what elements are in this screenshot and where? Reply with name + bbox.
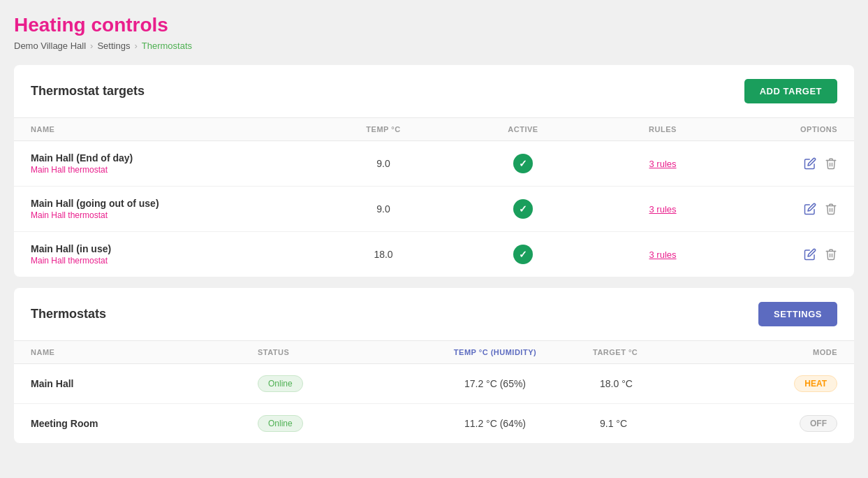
row-name-cell: Main Hall (End of day) Main Hall thermos…: [31, 152, 314, 175]
row-temp: 9.0: [314, 158, 453, 169]
delete-button[interactable]: [825, 203, 837, 215]
thermostats-card-title: Thermostats: [31, 307, 106, 321]
temp-humidity: 11.2 °C (64%): [397, 418, 593, 429]
col-mode: MODE: [733, 348, 837, 356]
row-active: [453, 245, 593, 264]
status-cell: Online: [258, 375, 397, 392]
table-row: Main Hall (going out of use) Main Hall t…: [14, 187, 854, 232]
settings-button[interactable]: SETTINGS: [758, 302, 837, 326]
row-active: [453, 154, 593, 173]
row-name-cell: Main Hall (in use) Main Hall thermostat: [31, 243, 314, 266]
thermostats-card-header: Thermostats SETTINGS: [14, 288, 854, 341]
col-options: OPTIONS: [733, 125, 837, 133]
table-row: Main Hall Online 17.2 °C (65%) 18.0 °C H…: [14, 364, 854, 404]
breadcrumb-settings[interactable]: Settings: [97, 41, 130, 51]
thermostat-name: Main Hall: [31, 378, 258, 389]
targets-card-title: Thermostat targets: [31, 84, 145, 99]
col-target: TARGET °C: [593, 348, 733, 356]
col-name: NAME: [31, 348, 258, 356]
edit-button[interactable]: [804, 248, 816, 261]
row-rules[interactable]: 3 rules: [593, 204, 733, 215]
breadcrumb-sep-1: ›: [90, 41, 93, 51]
target-temp: 18.0 °C: [593, 378, 733, 389]
edit-button[interactable]: [804, 203, 816, 215]
row-name: Main Hall (in use): [31, 243, 314, 254]
breadcrumb-home[interactable]: Demo Village Hall: [14, 41, 86, 51]
col-status: STATUS: [258, 348, 397, 356]
table-row: Meeting Room Online 11.2 °C (64%) 9.1 °C…: [14, 404, 854, 443]
col-name: NAME: [31, 125, 314, 133]
thermostat-name: Meeting Room: [31, 418, 258, 429]
row-options: [733, 248, 837, 261]
breadcrumb-current: Thermostats: [142, 41, 192, 51]
breadcrumb-sep-2: ›: [134, 41, 137, 51]
row-active: [453, 199, 593, 219]
check-circle: [513, 154, 533, 173]
page-title: Heating controls: [14, 14, 854, 36]
col-temp: TEMP °C: [314, 125, 453, 133]
row-subtitle: Main Hall thermostat: [31, 165, 314, 175]
breadcrumb: Demo Village Hall › Settings › Thermosta…: [14, 41, 854, 51]
row-name: Main Hall (going out of use): [31, 198, 314, 209]
delete-button[interactable]: [825, 157, 837, 170]
add-target-button[interactable]: ADD TARGET: [744, 79, 837, 103]
row-rules[interactable]: 3 rules: [593, 249, 733, 260]
mode-cell: OFF: [733, 415, 837, 432]
targets-card: Thermostat targets ADD TARGET NAME TEMP …: [14, 65, 854, 277]
row-rules[interactable]: 3 rules: [593, 159, 733, 169]
row-temp: 9.0: [314, 203, 453, 215]
status-badge: Online: [258, 415, 303, 432]
thermostats-table-header: NAME STATUS TEMP °C (HUMIDITY) TARGET °C…: [14, 341, 854, 364]
check-circle: [513, 199, 533, 219]
thermostats-card: Thermostats SETTINGS NAME STATUS TEMP °C…: [14, 288, 854, 443]
row-name-cell: Main Hall (going out of use) Main Hall t…: [31, 198, 314, 220]
mode-badge: HEAT: [794, 375, 837, 392]
targets-table-header: NAME TEMP °C ACTIVE RULES OPTIONS: [14, 118, 854, 141]
delete-button[interactable]: [825, 248, 837, 261]
status-badge: Online: [258, 375, 303, 392]
col-rules: RULES: [593, 125, 733, 133]
row-options: [733, 203, 837, 215]
table-row: Main Hall (in use) Main Hall thermostat …: [14, 232, 854, 277]
target-temp: 9.1 °C: [593, 418, 733, 429]
row-subtitle: Main Hall thermostat: [31, 256, 314, 266]
col-temp-humidity: TEMP °C (HUMIDITY): [397, 348, 593, 356]
col-active: ACTIVE: [453, 125, 593, 133]
mode-cell: HEAT: [733, 375, 837, 392]
row-name: Main Hall (End of day): [31, 152, 314, 164]
mode-badge: OFF: [800, 415, 837, 432]
row-subtitle: Main Hall thermostat: [31, 210, 314, 220]
targets-card-header: Thermostat targets ADD TARGET: [14, 65, 854, 118]
table-row: Main Hall (End of day) Main Hall thermos…: [14, 141, 854, 187]
check-circle: [513, 245, 533, 264]
status-cell: Online: [258, 415, 397, 432]
temp-humidity: 17.2 °C (65%): [397, 378, 593, 389]
row-options: [733, 157, 837, 170]
row-temp: 18.0: [314, 249, 453, 260]
edit-button[interactable]: [804, 157, 816, 170]
